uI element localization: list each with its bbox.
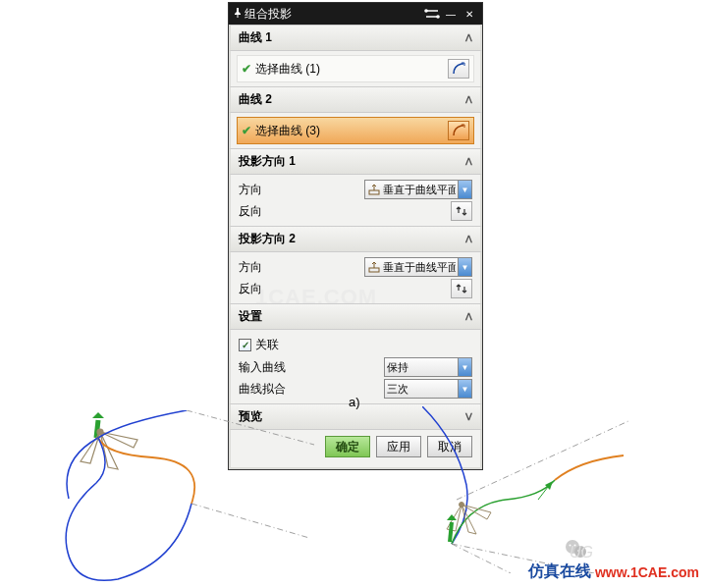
reverse-direction-button[interactable] <box>451 201 472 221</box>
dropdown-arrow-icon: ▼ <box>458 358 471 376</box>
figure-label: a) <box>349 395 360 409</box>
svg-rect-2 <box>369 190 379 194</box>
reverse-direction-button[interactable] <box>451 279 472 298</box>
input-curve-label: 输入曲线 <box>239 359 384 376</box>
chevron-up-icon: ᐱ <box>465 234 472 244</box>
svg-point-11 <box>581 550 583 552</box>
perpendicular-icon <box>367 260 381 274</box>
select-curve1-row[interactable]: ✔ 选择曲线 (1) <box>237 55 474 82</box>
svg-point-7 <box>574 546 586 558</box>
svg-point-1 <box>436 15 440 19</box>
section-settings-title: 设置 <box>239 308 262 325</box>
chevron-up-icon: ᐱ <box>465 94 472 105</box>
dialog-title: 组合投影 <box>245 6 422 23</box>
footer-url: www.1CAE.com <box>595 564 699 580</box>
close-icon[interactable]: ✕ <box>461 7 478 21</box>
svg-point-5 <box>460 503 464 508</box>
projdir1-reverse-label: 反向 <box>239 203 448 220</box>
wizard-step-icon[interactable] <box>423 7 441 21</box>
minimize-icon[interactable]: — <box>442 7 460 21</box>
curve-picker-icon[interactable] <box>448 121 469 140</box>
section-projdir2-header[interactable]: 投影方向 2 ᐱ <box>229 226 482 252</box>
section-curve1-title: 曲线 1 <box>239 29 272 46</box>
ok-button[interactable]: 确定 <box>325 436 370 457</box>
svg-point-4 <box>97 429 103 435</box>
projdir1-direction-label: 方向 <box>239 182 364 198</box>
curve-fit-dropdown[interactable]: 三次 ▼ <box>384 379 472 399</box>
section-curve1-body: ✔ 选择曲线 (1) <box>229 51 482 86</box>
chevron-up-icon: ᐱ <box>465 156 472 167</box>
section-projdir1-body: 方向 垂直于曲线平面 ▼ 反向 <box>229 175 482 226</box>
svg-point-8 <box>570 545 571 547</box>
select-curve2-label: 选择曲线 (3) <box>255 123 445 139</box>
svg-point-0 <box>424 9 428 13</box>
check-icon: ✔ <box>242 62 251 76</box>
curve-picker-icon[interactable] <box>448 59 469 79</box>
dialog-titlebar[interactable]: 组合投影 — ✕ <box>229 3 482 25</box>
sketch-image-left <box>59 410 314 583</box>
assoc-label: 关联 <box>255 337 279 353</box>
projdir2-reverse-row: 反向 <box>237 278 474 299</box>
projdir1-reverse-row: 反向 <box>237 200 474 222</box>
dropdown-arrow-icon: ▼ <box>458 181 471 198</box>
section-settings-header[interactable]: 设置 ᐱ <box>229 303 482 330</box>
section-curve2-title: 曲线 2 <box>239 91 272 108</box>
input-curve-dropdown[interactable]: 保持 ▼ <box>384 357 472 377</box>
section-curve1-header[interactable]: 曲线 1 ᐱ <box>229 25 482 51</box>
chevron-up-icon: ᐱ <box>465 32 472 43</box>
select-curve2-row[interactable]: ✔ 选择曲线 (3) <box>237 117 474 144</box>
projdir1-direction-row: 方向 垂直于曲线平面 ▼ <box>237 179 474 200</box>
dropdown-arrow-icon: ▼ <box>458 258 471 276</box>
curve-fit-value: 三次 <box>387 382 456 397</box>
perpendicular-icon <box>367 183 381 196</box>
section-projdir1-title: 投影方向 1 <box>239 153 296 170</box>
section-projdir2-body: 方向 垂直于曲线平面 ▼ 反向 <box>229 252 482 303</box>
section-curve2-header[interactable]: 曲线 2 ᐱ <box>229 86 482 113</box>
projdir2-direction-value: 垂直于曲线平面 <box>383 260 456 275</box>
select-curve1-label: 选择曲线 (1) <box>255 61 445 78</box>
section-projdir2-title: 投影方向 2 <box>239 231 296 247</box>
assoc-checkbox-row[interactable]: ✓ 关联 <box>237 334 474 356</box>
section-settings-body: ✓ 关联 输入曲线 保持 ▼ 曲线拟合 三次 ▼ <box>229 330 482 403</box>
wechat-icon <box>564 537 589 562</box>
projdir2-direction-dropdown[interactable]: 垂直于曲线平面 ▼ <box>364 257 472 277</box>
section-curve2-body: ✔ 选择曲线 (3) <box>229 113 482 148</box>
svg-rect-3 <box>369 268 379 272</box>
dropdown-arrow-icon: ▼ <box>458 380 471 398</box>
svg-point-9 <box>574 545 576 547</box>
input-curve-row: 输入曲线 保持 ▼ <box>237 356 474 378</box>
input-curve-value: 保持 <box>387 360 456 375</box>
projdir2-direction-row: 方向 垂直于曲线平面 ▼ <box>237 256 474 278</box>
pin-icon[interactable] <box>233 7 243 21</box>
footer-brand: 仿真在线 www.1CAE.com <box>528 561 699 582</box>
apply-button[interactable]: 应用 <box>376 436 421 457</box>
chevron-up-icon: ᐱ <box>465 311 472 322</box>
curve-fit-label: 曲线拟合 <box>239 381 384 398</box>
sketch-image-right <box>422 406 628 573</box>
svg-point-10 <box>577 550 579 552</box>
footer-cn: 仿真在线 <box>528 561 591 582</box>
section-projdir1-header[interactable]: 投影方向 1 ᐱ <box>229 148 482 175</box>
projdir1-direction-dropdown[interactable]: 垂直于曲线平面 ▼ <box>364 180 472 199</box>
projdir2-reverse-label: 反向 <box>239 281 448 297</box>
projdir2-direction-label: 方向 <box>239 259 364 276</box>
check-icon: ✔ <box>242 124 251 137</box>
projdir1-direction-value: 垂直于曲线平面 <box>383 183 456 197</box>
assoc-checkbox[interactable]: ✓ <box>239 339 251 351</box>
